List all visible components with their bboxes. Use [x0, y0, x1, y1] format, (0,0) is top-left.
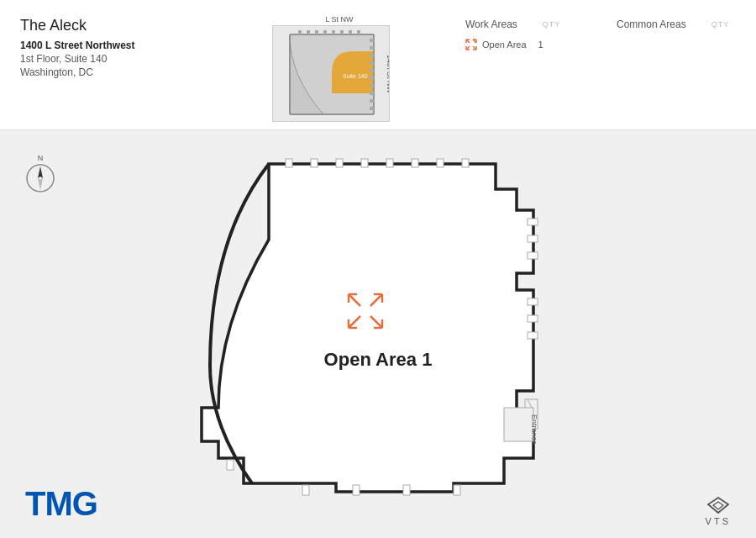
floorplan-thumbnail: L St NW 14th St NW Suite 140 [272, 15, 407, 124]
svg-rect-43 [361, 159, 368, 167]
thumb-svg: 14th St NW Suite 140 [272, 25, 390, 122]
svg-rect-11 [370, 76, 374, 80]
svg-rect-19 [323, 30, 327, 34]
vts-logo: VTS [706, 496, 731, 526]
svg-rect-9 [370, 61, 374, 65]
svg-rect-15 [370, 107, 374, 110]
svg-rect-18 [315, 30, 318, 34]
building-city: Washington, DC [20, 66, 171, 78]
svg-rect-20 [332, 30, 335, 34]
svg-rect-47 [462, 159, 469, 167]
svg-text:Suite 140: Suite 140 [343, 73, 368, 79]
work-areas-title: Work Areas [465, 18, 517, 30]
street-label-right: 14th St NW [386, 54, 390, 92]
svg-rect-52 [528, 315, 538, 322]
svg-rect-50 [528, 252, 538, 259]
open-area-label: Open Area [482, 40, 527, 50]
svg-rect-21 [340, 30, 344, 34]
main-content: N [0, 130, 756, 538]
svg-rect-41 [311, 159, 318, 167]
svg-marker-38 [38, 178, 43, 190]
entrance-text: Entrance [530, 414, 538, 445]
svg-marker-74 [713, 502, 723, 509]
building-name: The Aleck [20, 17, 171, 34]
svg-rect-23 [357, 30, 360, 34]
main-floorplan-svg: Open Area 1 Entrance [185, 156, 580, 517]
svg-rect-13 [370, 92, 374, 95]
svg-rect-51 [528, 298, 538, 305]
building-info: The Aleck 1400 L Street Northwest 1st Fl… [20, 15, 171, 78]
svg-rect-56 [353, 485, 360, 495]
svg-rect-58 [454, 485, 460, 495]
svg-rect-49 [528, 235, 538, 242]
svg-rect-53 [528, 332, 538, 339]
thumb-floorplan-svg: Suite 140 [273, 26, 390, 122]
open-area-qty: 1 [538, 40, 543, 50]
svg-rect-46 [437, 159, 444, 167]
tmg-logo: TMG [25, 485, 97, 523]
svg-rect-57 [403, 485, 410, 495]
svg-rect-40 [286, 159, 292, 167]
open-area-text: Open Area 1 [324, 349, 433, 370]
svg-rect-8 [370, 54, 374, 57]
svg-rect-42 [336, 159, 343, 167]
vts-icon-svg [706, 496, 730, 514]
expand-icon-small [465, 39, 477, 50]
svg-rect-6 [370, 39, 374, 42]
svg-rect-59 [227, 460, 234, 470]
svg-marker-37 [38, 166, 43, 178]
compass-svg [25, 163, 55, 193]
svg-rect-7 [370, 46, 374, 50]
common-areas-panel: Common Areas QTY [617, 15, 729, 30]
svg-rect-22 [349, 30, 352, 34]
header-panel: The Aleck 1400 L Street Northwest 1st Fl… [0, 0, 756, 130]
svg-rect-10 [370, 69, 374, 72]
open-area-row: Open Area 1 [465, 39, 566, 50]
svg-rect-12 [370, 84, 374, 87]
svg-rect-45 [412, 159, 418, 167]
common-areas-title: Common Areas [617, 18, 686, 30]
vts-text: VTS [706, 516, 731, 526]
north-label: N [25, 154, 55, 162]
work-areas-panel: Work Areas QTY Open Area 1 [465, 15, 566, 50]
floorplan-main: Open Area 1 Entrance [185, 156, 580, 517]
svg-marker-73 [708, 498, 728, 513]
compass: N [25, 154, 55, 184]
building-address: 1400 L Street Northwest [20, 40, 171, 51]
street-label-top: L St NW [272, 15, 407, 24]
svg-rect-60 [504, 408, 533, 441]
svg-rect-44 [386, 159, 393, 167]
common-areas-qty-label: QTY [711, 20, 730, 29]
svg-rect-16 [298, 30, 302, 34]
work-areas-qty-label: QTY [543, 20, 561, 29]
building-floor: 1st Floor, Suite 140 [20, 53, 171, 65]
svg-rect-48 [528, 219, 538, 225]
svg-rect-17 [307, 30, 310, 34]
svg-rect-14 [370, 99, 374, 103]
svg-rect-55 [302, 485, 309, 495]
